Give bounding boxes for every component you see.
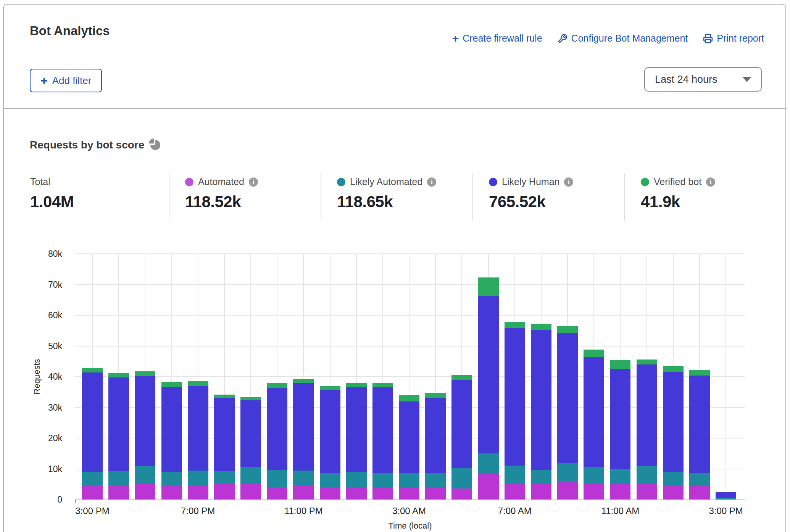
segment-likely-automated (214, 471, 235, 483)
verified-bot-legend-dot (641, 178, 649, 186)
y-tick-label: 40k (48, 371, 62, 382)
bar-14-500am[interactable] (451, 375, 472, 500)
segment-likely-automated (637, 466, 657, 484)
segment-likely-automated (267, 470, 287, 487)
x-tick-label: 3:00 PM (75, 506, 109, 516)
segment-verified-bot (557, 326, 578, 333)
segment-verified-bot (610, 360, 630, 369)
configure-bot-management-link[interactable]: Configure Bot Management (558, 33, 688, 44)
x-tick-label: 11:00 AM (601, 506, 640, 516)
bar-8-1100pm[interactable] (293, 379, 314, 500)
bar-10-100am[interactable] (346, 383, 367, 500)
segment-automated (663, 485, 684, 500)
segment-likely-automated (188, 471, 208, 485)
y-tick-label: 50k (48, 341, 62, 351)
segment-likely-automated (320, 473, 340, 487)
segment-verified-bot (425, 393, 446, 398)
segment-automated (637, 484, 657, 500)
bar-20-1100am[interactable] (610, 360, 630, 500)
bar-15-600am[interactable] (478, 277, 499, 500)
info-icon[interactable]: i (427, 177, 436, 187)
segment-automated (267, 487, 287, 500)
bar-7-1000pm[interactable] (267, 383, 287, 500)
segment-likely-human (135, 376, 155, 466)
bar-1-400pm[interactable] (108, 373, 129, 500)
info-icon[interactable]: i (249, 177, 258, 187)
printer-icon (703, 34, 713, 44)
plot-area: Requests Time (local) 010k20k30k40k50k60… (75, 254, 745, 500)
bar-19-1000am[interactable] (584, 350, 604, 500)
h-gridline (75, 346, 745, 347)
add-filter-button[interactable]: + Add filter (30, 69, 102, 92)
segment-likely-automated (82, 472, 103, 485)
add-filter-label: Add filter (52, 75, 92, 87)
y-axis-title: Requests (32, 359, 42, 395)
info-icon[interactable]: i (706, 177, 715, 187)
bar-23-200pm[interactable] (689, 370, 710, 500)
segment-likely-human (267, 388, 287, 470)
segment-likely-human (399, 401, 419, 473)
bar-22-100pm[interactable] (663, 366, 684, 500)
stat-likely-human-label: Likely Human (502, 176, 559, 187)
segment-automated (240, 484, 261, 500)
bot-analytics-card: Bot Analytics + Create firewall rule Con… (3, 4, 786, 532)
segment-verified-bot (637, 360, 657, 364)
segment-likely-human (161, 387, 182, 471)
segment-likely-human (716, 492, 736, 498)
segment-likely-human (372, 387, 393, 473)
segment-likely-human (425, 398, 446, 473)
segment-automated (505, 484, 525, 500)
segment-verified-bot (346, 383, 367, 387)
segment-likely-human (663, 372, 684, 472)
chevron-down-icon (743, 77, 751, 82)
stat-likely-automated-value: 118.65k (337, 193, 436, 211)
card-header: Bot Analytics + Create firewall rule Con… (4, 5, 785, 109)
segment-likely-automated (346, 472, 367, 488)
time-range-dropdown[interactable]: Last 24 hours (644, 67, 762, 92)
bar-9-1200am[interactable] (320, 386, 340, 500)
bar-4-700pm[interactable] (188, 381, 208, 500)
bar-21-1200pm[interactable] (637, 360, 657, 500)
segment-likely-human (584, 357, 604, 468)
bar-16-700am[interactable] (505, 322, 525, 500)
segment-likely-automated (425, 473, 446, 488)
x-tick-label: 3:00 PM (709, 506, 743, 516)
segment-likely-human (320, 390, 340, 473)
create-firewall-rule-link[interactable]: + Create firewall rule (452, 33, 542, 44)
y-tick-label: 10k (48, 464, 62, 474)
y-tick-label: 0 (57, 494, 62, 505)
segment-automated (557, 481, 578, 500)
automated-legend-dot (185, 178, 193, 186)
likely-human-legend-dot (489, 178, 497, 186)
segment-verified-bot (399, 395, 419, 401)
print-report-link[interactable]: Print report (703, 33, 764, 44)
header-actions: + Create firewall rule Configure Bot Man… (452, 33, 764, 44)
bar-5-800pm[interactable] (214, 395, 235, 500)
segment-likely-human (689, 376, 710, 473)
segment-automated (372, 488, 393, 500)
y-tick-label: 60k (48, 310, 62, 321)
bar-6-900pm[interactable] (240, 397, 261, 500)
bar-12-300am[interactable] (399, 395, 419, 500)
x-axis-title: Time (local) (388, 521, 432, 531)
segment-likely-human (214, 398, 235, 471)
bar-11-200am[interactable] (372, 383, 393, 500)
segment-automated (135, 484, 155, 500)
bar-0-300pm[interactable] (82, 368, 103, 500)
bar-3-600pm[interactable] (161, 382, 182, 500)
stat-verified-bot: Verified bot i 41.9k (641, 176, 715, 211)
segment-automated (689, 486, 710, 500)
x-tick-label: 3:00 AM (392, 506, 426, 516)
h-gridline (75, 253, 745, 254)
create-firewall-rule-label: Create firewall rule (463, 33, 542, 44)
v-gridline (726, 254, 726, 500)
bar-18-900am[interactable] (557, 326, 578, 500)
segment-likely-human (82, 372, 103, 472)
info-icon[interactable]: i (564, 177, 573, 187)
bar-2-500pm[interactable] (135, 371, 155, 500)
segment-likely-human (637, 364, 657, 466)
bar-17-800am[interactable] (531, 324, 551, 500)
bar-13-400am[interactable] (425, 393, 446, 500)
bar-24-300pm[interactable] (716, 492, 736, 500)
segment-automated (161, 486, 182, 500)
